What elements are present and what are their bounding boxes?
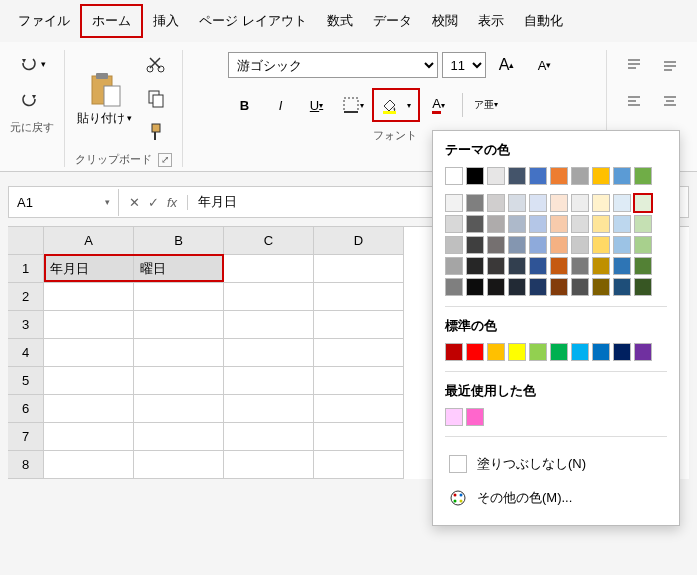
cell-c2[interactable]	[224, 283, 314, 311]
color-swatch[interactable]	[613, 343, 631, 361]
cell-d8[interactable]	[314, 451, 404, 479]
cell-d4[interactable]	[314, 339, 404, 367]
fill-color-button[interactable]	[376, 90, 402, 120]
color-swatch[interactable]	[550, 257, 568, 275]
color-swatch[interactable]	[508, 167, 526, 185]
color-swatch[interactable]	[613, 167, 631, 185]
color-swatch[interactable]	[571, 236, 589, 254]
color-swatch[interactable]	[487, 215, 505, 233]
cell-b5[interactable]	[134, 367, 224, 395]
color-swatch[interactable]	[550, 278, 568, 296]
color-swatch[interactable]	[613, 194, 631, 212]
color-swatch[interactable]	[445, 257, 463, 275]
color-swatch[interactable]	[634, 167, 652, 185]
font-name-select[interactable]: 游ゴシック	[228, 52, 438, 78]
cancel-formula-button[interactable]: ✕	[129, 195, 140, 210]
color-swatch[interactable]	[592, 278, 610, 296]
color-swatch[interactable]	[634, 215, 652, 233]
color-swatch[interactable]	[529, 236, 547, 254]
color-swatch[interactable]	[571, 257, 589, 275]
color-swatch[interactable]	[592, 257, 610, 275]
cell-a8[interactable]	[44, 451, 134, 479]
color-swatch[interactable]	[487, 167, 505, 185]
color-swatch[interactable]	[529, 167, 547, 185]
copy-button[interactable]	[142, 84, 170, 112]
redo-button[interactable]	[18, 86, 46, 114]
color-swatch[interactable]	[508, 257, 526, 275]
cell-d1[interactable]	[314, 255, 404, 283]
color-swatch[interactable]	[571, 278, 589, 296]
menu-formulas[interactable]: 数式	[317, 6, 363, 36]
cell-a7[interactable]	[44, 423, 134, 451]
color-swatch[interactable]	[592, 215, 610, 233]
decrease-font-button[interactable]: A▾	[528, 50, 562, 80]
color-swatch[interactable]	[466, 194, 484, 212]
row-header-1[interactable]: 1	[8, 255, 44, 283]
align-left-button[interactable]	[617, 86, 651, 116]
menu-data[interactable]: データ	[363, 6, 422, 36]
select-all-corner[interactable]	[8, 227, 44, 255]
color-swatch[interactable]	[613, 278, 631, 296]
color-swatch[interactable]	[634, 343, 652, 361]
menu-review[interactable]: 校閲	[422, 6, 468, 36]
color-swatch[interactable]	[550, 194, 568, 212]
menu-insert[interactable]: 挿入	[143, 6, 189, 36]
fill-color-dropdown[interactable]: ▾	[402, 90, 416, 120]
color-swatch[interactable]	[613, 236, 631, 254]
cell-a4[interactable]	[44, 339, 134, 367]
cell-c7[interactable]	[224, 423, 314, 451]
cell-a5[interactable]	[44, 367, 134, 395]
cell-d7[interactable]	[314, 423, 404, 451]
format-painter-button[interactable]	[142, 118, 170, 146]
color-swatch[interactable]	[529, 194, 547, 212]
row-header-4[interactable]: 4	[8, 339, 44, 367]
color-swatch[interactable]	[508, 278, 526, 296]
color-swatch[interactable]	[592, 194, 610, 212]
cell-a2[interactable]	[44, 283, 134, 311]
menu-page-layout[interactable]: ページ レイアウト	[189, 6, 317, 36]
undo-button[interactable]: ▾	[18, 50, 46, 78]
clipboard-dialog-launcher[interactable]: ⤢	[158, 153, 172, 167]
color-swatch[interactable]	[529, 257, 547, 275]
row-header-6[interactable]: 6	[8, 395, 44, 423]
color-swatch[interactable]	[634, 278, 652, 296]
color-swatch[interactable]	[634, 257, 652, 275]
col-header-b[interactable]: B	[134, 227, 224, 255]
color-swatch[interactable]	[466, 278, 484, 296]
cell-b1[interactable]: 曜日	[134, 255, 224, 283]
color-swatch[interactable]	[550, 215, 568, 233]
color-swatch[interactable]	[571, 167, 589, 185]
color-swatch[interactable]	[466, 257, 484, 275]
color-swatch[interactable]	[487, 278, 505, 296]
color-swatch[interactable]	[466, 215, 484, 233]
color-swatch[interactable]	[487, 257, 505, 275]
increase-font-button[interactable]: A▴	[490, 50, 524, 80]
col-header-c[interactable]: C	[224, 227, 314, 255]
cell-b3[interactable]	[134, 311, 224, 339]
color-swatch[interactable]	[487, 236, 505, 254]
color-swatch[interactable]	[592, 167, 610, 185]
color-swatch[interactable]	[634, 194, 652, 212]
color-swatch[interactable]	[445, 167, 463, 185]
color-swatch[interactable]	[571, 343, 589, 361]
cell-c6[interactable]	[224, 395, 314, 423]
more-colors-item[interactable]: その他の色(M)...	[445, 481, 667, 515]
no-fill-item[interactable]: 塗りつぶしなし(N)	[445, 447, 667, 481]
menu-automate[interactable]: 自動化	[514, 6, 573, 36]
cell-d6[interactable]	[314, 395, 404, 423]
underline-button[interactable]: U▾	[300, 90, 334, 120]
color-swatch[interactable]	[613, 257, 631, 275]
color-swatch[interactable]	[634, 236, 652, 254]
color-swatch[interactable]	[466, 408, 484, 426]
italic-button[interactable]: I	[264, 90, 298, 120]
color-swatch[interactable]	[445, 215, 463, 233]
color-swatch[interactable]	[550, 343, 568, 361]
row-header-8[interactable]: 8	[8, 451, 44, 479]
cell-d3[interactable]	[314, 311, 404, 339]
color-swatch[interactable]	[550, 167, 568, 185]
color-swatch[interactable]	[571, 194, 589, 212]
color-swatch[interactable]	[550, 236, 568, 254]
border-button[interactable]: ▾	[336, 90, 370, 120]
color-swatch[interactable]	[445, 236, 463, 254]
color-swatch[interactable]	[508, 194, 526, 212]
